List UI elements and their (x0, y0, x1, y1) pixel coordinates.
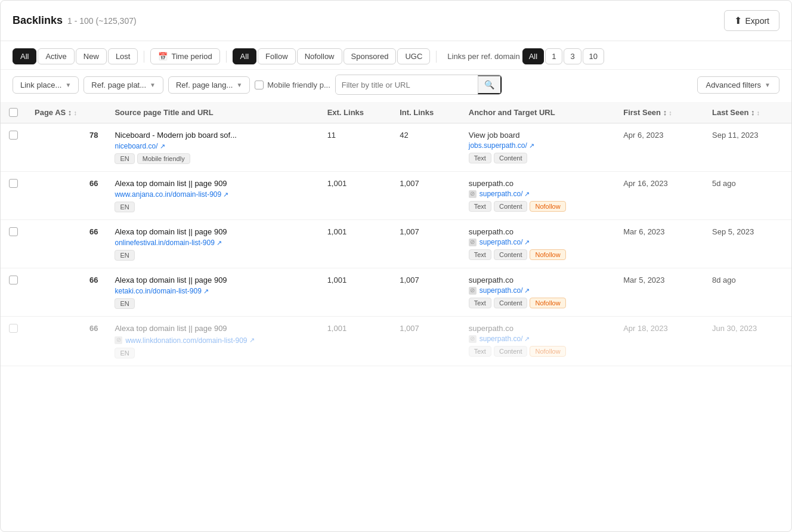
anchor-text: superpath.co (469, 324, 607, 333)
last-seen-cell: Sep 5, 2023 (704, 220, 791, 268)
nofollow-icon: ⊘ (469, 190, 477, 198)
source-url[interactable]: ⊘ www.linkdonation.com/domain-list-909 ↗ (115, 336, 254, 345)
chevron-down-icon-3: ▼ (236, 82, 242, 88)
select-all-header[interactable] (1, 102, 26, 123)
status-filter-lost[interactable]: Lost (108, 48, 138, 64)
search-input[interactable] (336, 77, 478, 93)
link-type-filter-nofollow[interactable]: Nofollow (297, 48, 342, 64)
ref-page-plat-dropdown[interactable]: Ref. page plat... ▼ (83, 76, 163, 94)
source-url[interactable]: niceboard.co/ ↗ (115, 142, 165, 150)
anchor-cell: superpath.co ⊘ superpath.co/ ↗ TextConte… (460, 172, 615, 220)
external-link-icon: ↗ (223, 191, 228, 199)
link-type-filter-ugc[interactable]: UGC (397, 48, 430, 64)
link-place-label: Link place... (20, 81, 61, 89)
nofollow-tag: Nofollow (530, 346, 565, 357)
anchor-url[interactable]: ⊘ superpath.co/ ↗ (469, 335, 607, 343)
last-seen-cell: Sep 11, 2023 (704, 123, 791, 172)
last-seen-cell: Jun 30, 2023 (704, 317, 791, 366)
external-link-icon-2: ↗ (524, 239, 530, 246)
anchor-url-link[interactable]: superpath.co/ (479, 286, 523, 295)
row-checkbox[interactable] (9, 227, 18, 236)
source-url[interactable]: www.anjana.co.in/domain-list-909 ↗ (115, 190, 228, 199)
anchor-text: superpath.co (469, 227, 607, 236)
last-seen-header[interactable]: Last Seen ↕ (704, 102, 791, 123)
source-tags: EN (115, 250, 310, 261)
ref-page-lang-dropdown[interactable]: Ref. page lang... ▼ (168, 76, 250, 94)
source-url[interactable]: onlinefestival.in/domain-list-909 ↗ (115, 239, 221, 247)
time-period-button[interactable]: 📅 Time period (150, 48, 219, 64)
export-button[interactable]: ⬆ Export (724, 10, 779, 31)
anchor-url-link[interactable]: superpath.co/ (479, 190, 523, 198)
status-filter-new[interactable]: New (76, 48, 107, 64)
source-tag: EN (115, 348, 134, 358)
anchor-cell: View job board jobs.superpath.co/ ↗ Text… (460, 123, 615, 172)
source-url-link[interactable]: niceboard.co/ (115, 142, 157, 150)
row-checkbox-cell (1, 123, 26, 172)
table-header-row: Page AS ↕ Source page Title and URL Ext.… (1, 102, 791, 123)
row-checkbox[interactable] (9, 276, 18, 284)
last-seen-cell: 8d ago (704, 268, 791, 317)
source-tag: EN (115, 153, 134, 164)
first-seen-cell: Mar 6, 2023 (615, 220, 704, 268)
source-cell: Alexa top domain list || page 909 www.an… (106, 172, 318, 220)
external-link-icon: ↗ (160, 143, 165, 150)
row-checkbox[interactable] (9, 324, 18, 333)
links-per-3[interactable]: 3 (564, 48, 581, 64)
external-link-icon-2: ↗ (524, 335, 530, 343)
source-tag: Mobile friendly (137, 153, 190, 164)
anchor-url[interactable]: jobs.superpath.co/ ↗ (469, 141, 607, 150)
search-icon-button[interactable]: 🔍 (478, 75, 502, 94)
links-per-10[interactable]: 10 (583, 48, 604, 64)
ext-links-header: Ext. Links (319, 102, 392, 123)
link-type-filter-sponsored[interactable]: Sponsored (344, 48, 397, 64)
link-type-filter-follow[interactable]: Follow (258, 48, 296, 64)
anchor-tag: Text (469, 201, 491, 212)
advanced-filters-label: Advanced filters (706, 81, 762, 89)
anchor-text: superpath.co (469, 276, 607, 284)
source-url[interactable]: ketaki.co.in/domain-list-909 ↗ (115, 287, 208, 295)
advanced-filters-button[interactable]: Advanced filters ▼ (697, 76, 779, 94)
source-url-link[interactable]: www.anjana.co.in/domain-list-909 (115, 190, 221, 199)
source-url-link[interactable]: onlinefestival.in/domain-list-909 (115, 239, 214, 247)
search-group: 🔍 (335, 75, 502, 95)
anchor-url[interactable]: ⊘ superpath.co/ ↗ (469, 286, 607, 295)
page-as-header[interactable]: Page AS ↕ (26, 102, 106, 123)
status-filter-active[interactable]: Active (38, 48, 74, 64)
int-links-cell: 1,007 (391, 220, 460, 268)
source-tag: EN (115, 202, 134, 212)
row-checkbox[interactable] (9, 179, 18, 188)
nofollow-icon: ⊘ (469, 335, 477, 343)
page-as-cell: 78 (26, 123, 106, 172)
status-filter-all[interactable]: All (13, 48, 36, 64)
ext-links-cell: 1,001 (319, 317, 392, 366)
anchor-cell: superpath.co ⊘ superpath.co/ ↗ TextConte… (460, 317, 615, 366)
select-all-checkbox[interactable] (9, 108, 18, 117)
first-seen-header[interactable]: First Seen ↕ (615, 102, 704, 123)
anchor-url-link[interactable]: superpath.co/ (479, 238, 523, 246)
anchor-text: superpath.co (469, 179, 607, 188)
mobile-friendly-checkbox[interactable] (255, 81, 264, 89)
source-url-link[interactable]: www.linkdonation.com/domain-list-909 (125, 336, 247, 345)
source-cell: Alexa top domain list || page 909 ketaki… (106, 268, 318, 317)
source-url-link[interactable]: ketaki.co.in/domain-list-909 (115, 287, 201, 295)
anchor-url-link[interactable]: jobs.superpath.co/ (469, 141, 527, 150)
int-links-cell: 1,007 (391, 268, 460, 317)
anchor-tag: Text (469, 249, 491, 260)
anchor-url[interactable]: ⊘ superpath.co/ ↗ (469, 238, 607, 246)
row-checkbox[interactable] (9, 131, 18, 140)
anchor-url-link[interactable]: superpath.co/ (479, 335, 523, 343)
external-link-icon-2: ↗ (529, 142, 534, 150)
chevron-down-icon: ▼ (65, 82, 71, 88)
link-type-filter-all[interactable]: All (233, 48, 256, 64)
page-as-cell: 66 (26, 172, 106, 220)
links-per-filter-group: All 1 3 10 (522, 48, 604, 64)
anchor-url[interactable]: ⊘ superpath.co/ ↗ (469, 190, 607, 198)
source-title: Alexa top domain list || page 909 (115, 227, 310, 236)
anchor-tag: Content (494, 249, 528, 260)
links-per-all[interactable]: All (522, 48, 544, 64)
table-row: 66 Alexa top domain list || page 909 ket… (1, 268, 791, 317)
link-place-dropdown[interactable]: Link place... ▼ (13, 76, 79, 94)
filter-separator-3 (436, 51, 437, 63)
links-per-1[interactable]: 1 (545, 48, 562, 64)
table-row: 66 Alexa top domain list || page 909 onl… (1, 220, 791, 268)
